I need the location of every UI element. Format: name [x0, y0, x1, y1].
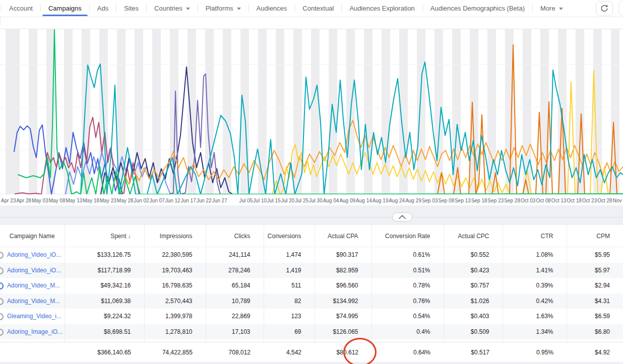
- campaign-status-dot: [0, 252, 4, 259]
- tab-separator: [146, 5, 147, 12]
- x-axis-label: Sep 03: [422, 198, 438, 203]
- x-axis-label: May 08: [49, 198, 66, 203]
- cell-actual-cpa: $82.959: [315, 263, 371, 278]
- cell-clicks: 17,103: [206, 324, 264, 340]
- top-navigation: AccountCampaignsAdsSitesCountriesPlatfor…: [0, 0, 623, 17]
- chevron-down-icon: [237, 8, 241, 10]
- x-axis-label: Aug 19: [372, 198, 389, 203]
- column-header-impressions[interactable]: Impressions: [144, 225, 206, 247]
- column-header-actual-cpa[interactable]: Actual CPA: [315, 225, 371, 247]
- timeseries-chart: [0, 29, 623, 194]
- column-header-label: Campaign Name: [10, 233, 55, 240]
- tab-audiences[interactable]: Audiences: [254, 0, 290, 16]
- tab-sites[interactable]: Sites: [121, 0, 141, 16]
- tab-separator: [198, 5, 198, 12]
- x-axis-label: May 13: [66, 198, 82, 203]
- column-header-ctr[interactable]: CTR: [503, 225, 567, 247]
- campaign-status-dot: [0, 329, 4, 336]
- tab-audiences-exploration[interactable]: Audiences Exploration: [347, 0, 417, 16]
- table-body: Adoring_Video_iO...$133,126.7522,380,595…: [0, 247, 623, 342]
- cell-impressions: 19,703,463: [144, 263, 206, 278]
- total-ctr: 0.95%: [503, 342, 567, 363]
- cell-spent: $9,224.32: [65, 309, 144, 324]
- tab-separator: [341, 5, 342, 12]
- tab-ads[interactable]: Ads: [95, 0, 111, 16]
- column-header-label: Impressions: [160, 233, 193, 240]
- column-header-label: Clicks: [234, 233, 251, 240]
- chevron-down-icon: [559, 8, 563, 10]
- x-axis-label: Apr 23: [1, 198, 16, 203]
- table-row: Gleaming_Video_i...$9,224.321,399,97822,…: [0, 309, 623, 324]
- cell-spent: $11,069.38: [65, 294, 144, 309]
- header-row: Campaign NameSpent↓ImpressionsClicksConv…: [0, 225, 623, 247]
- cell-conversions: 82: [264, 294, 315, 309]
- tab-more[interactable]: More: [538, 0, 566, 16]
- series-navy: [101, 67, 233, 194]
- collapse-chart-button[interactable]: [392, 212, 412, 222]
- tab-countries[interactable]: Countries: [152, 0, 193, 16]
- campaign-name-link[interactable]: Gleaming_Video_i...: [7, 313, 61, 320]
- tab-label: Sites: [124, 5, 139, 12]
- cell-impressions: 1,278,810: [144, 324, 206, 340]
- total-spent: $366,140.65: [65, 342, 144, 363]
- x-axis-label: Jun 27: [212, 198, 227, 203]
- total-cpm: $4.92: [567, 342, 623, 363]
- campaign-name-link[interactable]: Adoring_Video_M...: [7, 282, 60, 289]
- cell-cpm: $6.59: [567, 309, 623, 324]
- tab-strip: AccountCampaignsAdsSitesCountriesPlatfor…: [0, 0, 623, 16]
- refresh-button[interactable]: [596, 1, 613, 16]
- cell-clicks: 65,184: [206, 278, 264, 294]
- cell-spent: $117,718.99: [65, 263, 144, 278]
- divider-line: [0, 217, 623, 217]
- collapse-band: [0, 205, 623, 225]
- cell-actual-cpc: $0.509: [444, 324, 503, 340]
- tab-label: Contextual: [302, 5, 334, 12]
- column-header-campaign-name[interactable]: Campaign Name: [0, 225, 65, 247]
- campaign-name-link[interactable]: Adoring_Image_iO...: [7, 328, 63, 335]
- x-axis-label: Sep 28: [504, 198, 520, 203]
- x-axis-label: Jul 20: [281, 198, 295, 203]
- tab-separator: [422, 5, 423, 12]
- total-clicks: 708,012: [206, 342, 264, 363]
- cell-actual-cpc: $0.757: [444, 278, 503, 294]
- clipped-right-button[interactable]: [618, 1, 623, 16]
- cell-spent: $8,698.51: [65, 324, 144, 340]
- cell-cpm: $5.97: [567, 263, 623, 278]
- table-row: Adoring_Video_M...$11,069.382,570,44310,…: [0, 294, 623, 309]
- column-header-cpm[interactable]: CPM: [567, 225, 623, 247]
- cell-ctr: 1.08%: [503, 247, 567, 263]
- x-axis-label: Jul 10: [253, 198, 267, 203]
- table-header: Campaign NameSpent↓ImpressionsClicksConv…: [0, 225, 623, 247]
- cell-ctr: 0.39%: [503, 278, 567, 294]
- column-header-spent[interactable]: Spent↓: [65, 225, 144, 247]
- x-axis-label: Aug 29: [405, 198, 421, 203]
- cell-impressions: 16,798,635: [144, 278, 206, 294]
- campaign-name-link[interactable]: Adoring_Video_iO...: [7, 251, 61, 258]
- column-header-conversion-rate[interactable]: Conversion Rate: [371, 225, 444, 247]
- tab-separator: [40, 5, 41, 12]
- tab-contextual[interactable]: Contextual: [300, 0, 336, 16]
- series-yellow: [272, 70, 623, 194]
- tab-campaigns[interactable]: Campaigns: [46, 0, 84, 16]
- x-axis-label: May 03: [32, 198, 48, 203]
- tab-separator: [1, 5, 2, 12]
- cell-actual-cpa: $74.995: [315, 309, 371, 324]
- cell-impressions: 22,380,595: [144, 247, 206, 263]
- column-header-clicks[interactable]: Clicks: [206, 225, 264, 247]
- cell-clicks: 241,114: [206, 247, 264, 263]
- x-axis-label: Jul 25: [295, 198, 308, 203]
- x-axis-label: Oct 13: [551, 198, 566, 203]
- x-axis-label: Apr 28: [16, 198, 31, 203]
- campaign-name-link[interactable]: Adoring_Video_iO...: [7, 267, 61, 274]
- bottom-gray-strip: [0, 362, 623, 364]
- tab-platforms[interactable]: Platforms: [203, 0, 243, 16]
- column-header-actual-cpc[interactable]: Actual CPC: [444, 225, 503, 247]
- tab-account[interactable]: Account: [7, 0, 35, 16]
- cell-ctr: 1.34%: [503, 324, 567, 340]
- x-axis-label: Oct 08: [536, 198, 550, 203]
- tab-audiences-demographics-beta[interactable]: Audiences Demographics (Beta): [428, 0, 527, 16]
- cell-spent: $133,126.75: [65, 247, 144, 263]
- campaign-name-link[interactable]: Adoring_Video_M...: [7, 298, 60, 305]
- column-header-conversions[interactable]: Conversions: [264, 225, 315, 247]
- x-axis-label: May 23: [100, 198, 116, 203]
